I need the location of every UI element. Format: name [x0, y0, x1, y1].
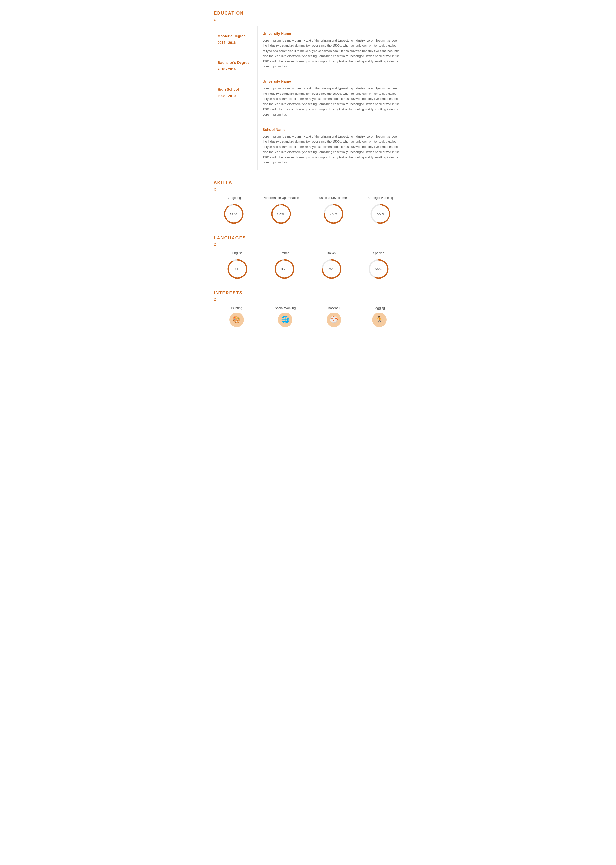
skill-circle: 75%: [323, 203, 344, 225]
skill-item: Budgeting 90%: [223, 195, 245, 225]
skills-dot: [214, 188, 216, 191]
skill-label: Performance Optimization: [263, 195, 299, 201]
skills-header: SKILLS: [214, 180, 402, 187]
interest-icon: ⚾: [327, 312, 341, 327]
skill-item: Spanish 55%: [368, 251, 390, 280]
interests-title: INTERESTS: [214, 290, 243, 296]
interest-icon: 🌐: [278, 312, 292, 327]
education-dot: [214, 19, 216, 21]
education-section: EDUCATION Master's Degree 2014 - 2016 Ba…: [214, 9, 402, 170]
skill-label: English: [232, 251, 243, 256]
skill-percent: 55%: [375, 266, 382, 272]
skill-label: Spanish: [373, 251, 384, 256]
skill-circle: 55%: [369, 203, 391, 225]
skill-circle: 90%: [223, 203, 245, 225]
edu-years-1: 2010 - 2014: [218, 66, 253, 72]
interests-grid: Painting 🎨 Social Working 🌐 Baseball ⚾ J…: [214, 306, 402, 327]
skill-item: Italian 75%: [321, 251, 343, 280]
edu-right-entry-2: School Name Lorem Ipsum is simply dummy …: [263, 122, 400, 165]
languages-dot: [214, 243, 216, 246]
edu-left-entry-2: High School 1998 - 2010: [218, 79, 253, 99]
skills-section: SKILLS Budgeting 90% Performance Optimiz…: [214, 180, 402, 225]
skill-item: English 90%: [226, 251, 248, 280]
skill-label: Business Development: [317, 195, 349, 201]
skills-title: SKILLS: [214, 180, 232, 187]
languages-header: LANGUAGES: [214, 235, 402, 241]
interest-label: Painting: [231, 306, 242, 311]
skill-percent: 75%: [328, 266, 335, 272]
skills-grid: Budgeting 90% Performance Optimization 9…: [214, 195, 402, 225]
interest-item: Jogging 🏃: [372, 306, 387, 327]
education-entries-wrapper: Master's Degree 2014 - 2016 Bachelor's D…: [214, 26, 402, 170]
skill-circle: 75%: [321, 258, 343, 280]
edu-left-entry-1: Bachelor's Degree 2010 - 2014: [218, 52, 253, 72]
skill-percent: 55%: [377, 211, 384, 217]
education-left-col: Master's Degree 2014 - 2016 Bachelor's D…: [214, 26, 258, 170]
skill-label: Italian: [327, 251, 336, 256]
interest-label: Baseball: [328, 306, 340, 311]
edu-institution-0: University Name: [263, 31, 400, 36]
edu-institution-2: School Name: [263, 127, 400, 132]
interest-label: Jogging: [374, 306, 385, 311]
interest-item: Baseball ⚾: [327, 306, 341, 327]
skill-percent: 90%: [230, 211, 237, 217]
education-header: EDUCATION: [214, 9, 402, 17]
interests-header: INTERESTS: [214, 290, 402, 296]
edu-right-entry-1: University Name Lorem Ipsum is simply du…: [263, 74, 400, 117]
skill-label: French: [280, 251, 289, 256]
skill-percent: 90%: [234, 266, 241, 272]
edu-degree-2: High School: [218, 87, 253, 92]
edu-description-0: Lorem Ipsum is simply dummy text of the …: [263, 38, 400, 69]
edu-degree-0: Master's Degree: [218, 33, 253, 39]
languages-grid: English 90% French 95% Italian 75%: [214, 251, 402, 280]
skill-item: Strategic Planning 55%: [368, 195, 393, 225]
skill-item: Business Development 75%: [317, 195, 349, 225]
skill-circle: 95%: [270, 203, 292, 225]
edu-right-entry-0: University Name Lorem Ipsum is simply du…: [263, 26, 400, 69]
education-right-col: University Name Lorem Ipsum is simply du…: [258, 26, 402, 170]
skill-item: French 95%: [273, 251, 295, 280]
skill-item: Performance Optimization 95%: [263, 195, 299, 225]
interest-item: Painting 🎨: [229, 306, 244, 327]
interest-label: Social Working: [275, 306, 295, 311]
interest-icon: 🏃: [372, 312, 387, 327]
languages-section: LANGUAGES English 90% French 95% Italian: [214, 235, 402, 280]
languages-title: LANGUAGES: [214, 235, 246, 241]
edu-degree-1: Bachelor's Degree: [218, 60, 253, 66]
skill-circle: 95%: [273, 258, 295, 280]
skills-divider: [236, 183, 402, 183]
edu-description-2: Lorem Ipsum is simply dummy text of the …: [263, 134, 400, 165]
edu-years-0: 2014 - 2016: [218, 40, 253, 45]
interest-icon: 🎨: [229, 312, 244, 327]
interests-section: INTERESTS Painting 🎨 Social Working 🌐 Ba…: [214, 290, 402, 327]
skill-label: Strategic Planning: [368, 195, 393, 201]
interests-dot: [214, 298, 216, 301]
skill-percent: 75%: [330, 211, 337, 217]
edu-years-2: 1998 - 2010: [218, 93, 253, 99]
skill-percent: 95%: [281, 266, 288, 272]
interest-item: Social Working 🌐: [275, 306, 295, 327]
skill-circle: 90%: [226, 258, 248, 280]
edu-left-entry-0: Master's Degree 2014 - 2016: [218, 26, 253, 45]
education-title: EDUCATION: [214, 9, 244, 17]
skill-circle: 55%: [368, 258, 390, 280]
edu-description-1: Lorem Ipsum is simply dummy text of the …: [263, 86, 400, 117]
education-divider: [248, 13, 402, 13]
skill-label: Budgeting: [227, 195, 241, 201]
skill-percent: 95%: [277, 211, 285, 217]
edu-institution-1: University Name: [263, 79, 400, 84]
